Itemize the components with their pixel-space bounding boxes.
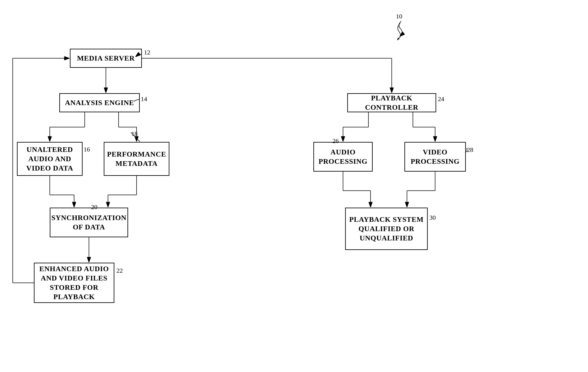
ref-28: 28 bbox=[467, 146, 473, 153]
audio-processing-label: AUDIO PROCESSING bbox=[314, 148, 372, 166]
video-processing-box: VIDEO PROCESSING bbox=[404, 142, 466, 172]
ref-22: 22 bbox=[116, 267, 123, 274]
video-processing-label: VIDEO PROCESSING bbox=[405, 148, 465, 166]
ref-30: 30 bbox=[430, 214, 436, 221]
ref-26: 26 bbox=[332, 137, 339, 145]
analysis-engine-label: ANALYSIS ENGINE bbox=[65, 98, 134, 107]
ref-18: 18 bbox=[131, 130, 138, 137]
analysis-engine-box: ANALYSIS ENGINE bbox=[59, 93, 140, 112]
ref-20: 20 bbox=[91, 203, 97, 211]
ref-24: 24 bbox=[438, 95, 444, 103]
playback-controller-box: PLAYBACK CONTROLLER bbox=[347, 93, 436, 112]
playback-controller-label: PLAYBACK CONTROLLER bbox=[348, 93, 436, 112]
synchronization-label: SYNCHRONIZATION OF DATA bbox=[50, 213, 127, 232]
unaltered-audio-box: UNALTERED AUDIO AND VIDEO DATA bbox=[17, 142, 83, 176]
synchronization-box: SYNCHRONIZATION OF DATA bbox=[50, 208, 128, 237]
audio-processing-box: AUDIO PROCESSING bbox=[313, 142, 373, 172]
unaltered-audio-label: UNALTERED AUDIO AND VIDEO DATA bbox=[18, 145, 82, 173]
diagram: 10 MEDIA SERVER 12 ANALYSIS ENGINE 14 UN… bbox=[0, 0, 588, 372]
enhanced-audio-label: ENHANCED AUDIO AND VIDEO FILES STORED FO… bbox=[34, 264, 114, 302]
svg-marker-0 bbox=[397, 38, 399, 40]
playback-system-box: PLAYBACK SYSTEM QUALIFIED OR UNQUALIFIED bbox=[345, 208, 428, 250]
performance-metadata-label: PERFORMANCE METADATA bbox=[104, 149, 169, 168]
ref-10: 10 bbox=[396, 13, 402, 20]
ref-16: 16 bbox=[84, 146, 90, 153]
enhanced-audio-box: ENHANCED AUDIO AND VIDEO FILES STORED FO… bbox=[34, 263, 114, 303]
playback-system-label: PLAYBACK SYSTEM QUALIFIED OR UNQUALIFIED bbox=[346, 215, 427, 243]
media-server-box: MEDIA SERVER bbox=[70, 49, 142, 68]
performance-metadata-box: PERFORMANCE METADATA bbox=[104, 142, 169, 176]
ref-12: 12 bbox=[144, 49, 150, 56]
media-server-label: MEDIA SERVER bbox=[77, 53, 135, 63]
ref-14: 14 bbox=[141, 95, 147, 103]
